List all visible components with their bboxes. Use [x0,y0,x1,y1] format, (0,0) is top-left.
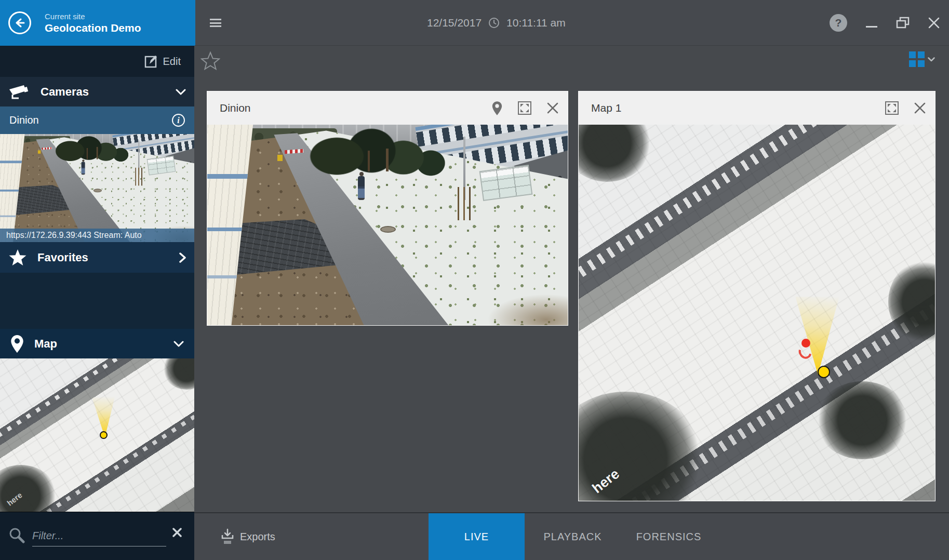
search-icon [8,527,25,543]
scene-layer [38,150,41,153]
chevron-down-icon [176,89,186,95]
date-text: 12/15/2017 [427,17,482,29]
site-info: Current site Geolocation Demo [45,12,141,34]
close-panel-icon[interactable] [914,102,926,114]
person-figure [357,172,365,200]
panel-title: Map 1 [591,102,884,114]
scene-layer [135,168,142,186]
scene-layer [308,125,452,189]
favorite-view-star-icon[interactable] [201,51,220,70]
map-pin-icon [10,335,24,353]
panel-title: Dinion [220,102,492,114]
maximize-icon[interactable] [884,100,900,116]
bottombar: Exports LIVE PLAYBACK FORENSICS [194,512,949,560]
info-icon[interactable]: i [172,114,185,127]
trees-blob [816,381,909,459]
exports-download-icon [220,528,235,545]
close-icon[interactable] [928,17,940,29]
sidebar: Current site Geolocation Demo Edit Camer… [0,0,194,560]
tab-forensics[interactable]: FORENSICS [621,513,717,560]
clock-icon [488,17,500,29]
edit-icon [144,55,158,68]
camera-marker[interactable] [818,366,830,378]
camera-icon [8,84,30,100]
camera-name: Dinion [9,114,39,126]
restore-icon[interactable] [896,17,910,29]
cameras-label: Cameras [41,85,89,99]
map-label: Map [34,337,57,351]
stream-info: https://172.26.9.39:443 Stream: Auto [0,229,194,242]
favorites-label: Favorites [37,251,88,264]
layout-grid-icon [909,51,925,67]
clear-filter-icon[interactable] [172,528,182,537]
chevron-down-icon [173,341,184,347]
exports-label: Exports [240,531,275,543]
sidebar-spacer [0,273,194,329]
scene-layer [87,148,88,159]
chevron-right-icon [179,252,186,263]
scene-layer [277,155,283,161]
person-figure [81,159,85,175]
mode-tabs: LIVE PLAYBACK FORENSICS [429,513,717,560]
person-marker[interactable] [801,339,810,348]
sidebar-section-map[interactable]: Map [0,329,194,358]
panel-header: Dinion [207,91,568,125]
aerial-map: here [579,125,935,501]
camera-thumbnail-scene-wrap [0,134,194,242]
sidebar-section-favorites[interactable]: Favorites [0,242,194,273]
map-view[interactable]: here [579,125,935,501]
exports-button[interactable]: Exports [220,513,275,560]
site-label: Current site [45,12,141,21]
time-text: 10:11:11 am [506,17,566,29]
scene-layer [55,134,132,169]
map-panel: Map 1 here [578,91,935,501]
camera-scene-thumb [0,134,194,242]
site-header: Current site Geolocation Demo [0,0,194,46]
site-name: Geolocation Demo [45,22,141,34]
back-button[interactable] [8,11,31,34]
scene-layer [368,151,370,171]
panel-header: Map 1 [579,91,935,125]
tab-live[interactable]: LIVE [429,513,525,560]
app-window: Current site Geolocation Demo Edit Camer… [0,0,949,560]
edit-label: Edit [163,56,181,68]
titlebar: 12/15/2017 10:11:11 am ? [194,0,949,46]
camera-marker [100,431,108,439]
sidebar-item-dinion[interactable]: Dinion i [0,106,194,134]
map-thumbnail[interactable]: here [0,358,194,512]
star-icon [8,249,27,266]
close-panel-icon[interactable] [547,102,558,114]
window-controls: ? [830,0,940,46]
camera-scene [207,125,568,325]
minimize-icon[interactable] [866,26,877,28]
sidebar-section-cameras[interactable]: Cameras [0,77,194,106]
scene-layer [386,149,389,171]
back-arrow-icon [14,17,26,29]
location-pin-icon[interactable] [492,101,502,115]
chevron-down-icon [928,57,935,62]
layout-selector[interactable] [909,51,935,67]
hamburger-menu-icon[interactable] [210,19,221,27]
scene-layer [96,147,98,159]
edit-button[interactable]: Edit [0,46,194,77]
scene-layer [458,187,471,220]
maximize-icon[interactable] [517,100,532,116]
tab-playback[interactable]: PLAYBACK [525,513,621,560]
filter-bar [0,512,194,560]
datetime-display[interactable]: 12/15/2017 10:11:11 am [427,0,566,46]
filter-input[interactable] [32,526,166,546]
camera-thumbnail[interactable]: https://172.26.9.39:443 Stream: Auto [0,134,194,242]
camera-video-view[interactable] [207,125,568,325]
help-icon[interactable]: ? [830,14,847,32]
camera-panel-dinion: Dinion [207,91,568,326]
aerial-thumb: here [0,358,194,512]
